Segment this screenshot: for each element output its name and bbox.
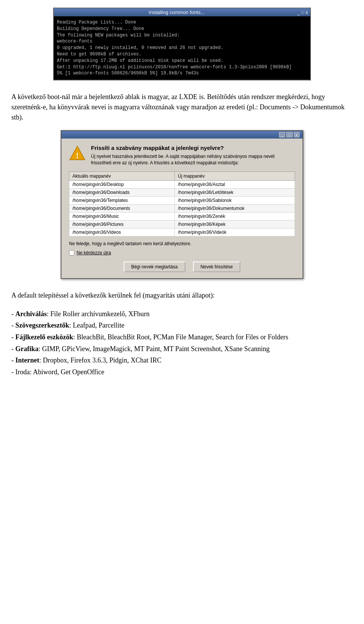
dialog-close-icon[interactable]: x: [294, 132, 300, 137]
dialog-heading: Frissíti a szabvány mappákat a jelenlegi…: [91, 145, 295, 151]
table-row: /home/pingvin36/Videos/home/pingvin36/Vi…: [69, 228, 295, 236]
dialog-checkbox-row[interactable]: Ne kérdezze újra: [69, 250, 295, 255]
table-cell-new: /home/pingvin36/Dokumentumok: [175, 204, 295, 212]
table-row: /home/pingvin36/Templates/home/pingvin36…: [69, 196, 295, 204]
dialog-header: ! Frissíti a szabvány mappákat a jelenle…: [69, 145, 295, 166]
dialog-body: ! Frissíti a szabvány mappákat a jelenle…: [61, 139, 303, 278]
paragraph-1: A következő boot-nál már a bejelentkező …: [11, 92, 353, 123]
dialog-note: Ne feledje, hogy a meglévő tartalom nem …: [69, 241, 295, 246]
terminal-controls[interactable]: _ □ x: [297, 10, 308, 15]
table-row: /home/pingvin36/Desktop/home/pingvin36/A…: [69, 180, 295, 188]
no-ask-checkbox[interactable]: [69, 250, 74, 255]
list-label-file-tools: Fájlkezelő eszközök: [16, 333, 73, 341]
terminal-line-4: webcore-fonts: [57, 38, 307, 45]
maximize-icon[interactable]: □: [301, 10, 304, 15]
table-header-new: Új mappanév: [175, 172, 295, 180]
list-label-text-editors: Szövegszerkesztők: [16, 321, 69, 329]
update-names-button[interactable]: Nevek frissítése: [193, 262, 240, 272]
table-row: /home/pingvin36/Pictures/home/pingvin36/…: [69, 220, 295, 228]
list-rest-internet: : Dropbox, Firefox 3.6.3, Pidgin, XChat …: [39, 356, 162, 364]
terminal-window: Installing common fonts... _ □ x Reading…: [53, 8, 311, 80]
table-row: /home/pingvin36/Music/home/pingvin36/Zen…: [69, 212, 295, 220]
list-item-file-tools: - Fájlkezelő eszközök: BleachBit, Bleach…: [11, 331, 353, 343]
table-cell-current: /home/pingvin36/Videos: [69, 228, 175, 236]
dialog-window-controls[interactable]: _ □ x: [279, 132, 300, 137]
close-icon[interactable]: x: [306, 10, 308, 15]
warning-icon: !: [69, 145, 86, 161]
list-rest-file-tools: : BleachBit, BleachBit Root, PCMan File …: [73, 333, 288, 341]
table-row: /home/pingvin36/Documents/home/pingvin36…: [69, 204, 295, 212]
table-cell-new: /home/pingvin36/Képek: [175, 220, 295, 228]
table-cell-new: /home/pingvin36/Letöltések: [175, 188, 295, 196]
table-cell-current: /home/pingvin36/Downloads: [69, 188, 175, 196]
list-rest-text-editors: : Leafpad, Parcellite: [69, 321, 124, 329]
no-ask-label[interactable]: Ne kérdezze újra: [77, 250, 111, 255]
terminal-line-9: 5% [1 webcore-fonts 508626/9698kB 5%] 19…: [57, 70, 307, 77]
folder-table: Aktuális mappanév Új mappanév /home/ping…: [69, 172, 295, 236]
table-header-current: Aktuális mappanév: [69, 172, 175, 180]
dialog-subtext: Új nyelvet használva jelentkezett be. A …: [91, 153, 295, 166]
list-item-internet: - Internet: Dropbox, Firefox 3.6.3, Pidg…: [11, 355, 353, 366]
table-cell-new: /home/pingvin36/Asztal: [175, 180, 295, 188]
list-item-text-editors: - Szövegszerkesztők: Leafpad, Parcellite: [11, 320, 353, 331]
terminal-line-2: Building Dependency Tree... Done: [57, 26, 307, 32]
dialog-minimize-icon[interactable]: _: [279, 132, 285, 137]
svg-text:!: !: [76, 151, 78, 160]
dialog-buttons: Bégi nevek megtartása Nevek frissítése: [69, 262, 295, 272]
terminal-titlebar: Installing common fonts... _ □ x: [54, 8, 310, 16]
terminal-body: Reading Package Lists... Done Building D…: [54, 16, 310, 80]
table-row: /home/pingvin36/Downloads/home/pingvin36…: [69, 188, 295, 196]
table-cell-new: /home/pingvin36/Sablonok: [175, 196, 295, 204]
dialog-wrapper: _ □ x ! Frissíti a szabvány mappákat a j…: [11, 130, 353, 279]
table-cell-new: /home/pingvin36/Videók: [175, 228, 295, 236]
table-cell-new: /home/pingvin36/Zenék: [175, 212, 295, 220]
terminal-line-3: The following NEW packages will be insta…: [57, 32, 307, 39]
list-label-internet: Internet: [16, 356, 39, 364]
table-cell-current: /home/pingvin36/Templates: [69, 196, 175, 204]
table-cell-current: /home/pingvin36/Music: [69, 212, 175, 220]
content-list: - Archiválás: File Roller archívumkezelő…: [11, 308, 353, 378]
table-cell-current: /home/pingvin36/Documents: [69, 204, 175, 212]
terminal-line-6: Need to get 9698kB of archives.: [57, 51, 307, 58]
minimize-icon[interactable]: _: [297, 10, 300, 15]
list-rest-graphics: : GIMP, GPicView, ImageMagick, MT Paint,…: [39, 345, 270, 353]
list-item-office: - Iroda: Abiword, Get OpenOffice: [11, 366, 353, 378]
table-cell-current: /home/pingvin36/Pictures: [69, 220, 175, 228]
keep-old-names-button[interactable]: Bégi nevek megtartása: [124, 262, 185, 272]
paragraph-2: A default telepítéssel a következők kerü…: [11, 290, 353, 301]
list-item-graphics: - Grafika: GIMP, GPicView, ImageMagick, …: [11, 343, 353, 355]
terminal-line-1: Reading Package Lists... Done: [57, 19, 307, 26]
dialog-text-block: Frissíti a szabvány mappákat a jelenlegi…: [91, 145, 295, 166]
dialog-maximize-icon[interactable]: □: [286, 132, 293, 137]
list-label-archivals: Archiválás: [16, 310, 47, 318]
list-label-graphics: Grafika: [16, 345, 39, 353]
terminal-line-5: 0 upgraded, 1 newly installed, 0 removed…: [57, 45, 307, 51]
dialog-titlebar: _ □ x: [61, 131, 303, 139]
terminal-line-7: After unpacking 17.2MB of additional dis…: [57, 58, 307, 64]
list-rest-archivals: : File Roller archívumkezelő, XFburn: [47, 310, 149, 318]
terminal-line-8: Get:1 http://ftp.nluug.nl pclinuxos/2010…: [57, 64, 307, 71]
terminal-title: Installing common fonts...: [56, 9, 297, 15]
table-cell-current: /home/pingvin36/Desktop: [69, 180, 175, 188]
list-item-archivals: - Archiválás: File Roller archívumkezelő…: [11, 308, 353, 320]
dialog-window: _ □ x ! Frissíti a szabvány mappákat a j…: [61, 130, 303, 279]
